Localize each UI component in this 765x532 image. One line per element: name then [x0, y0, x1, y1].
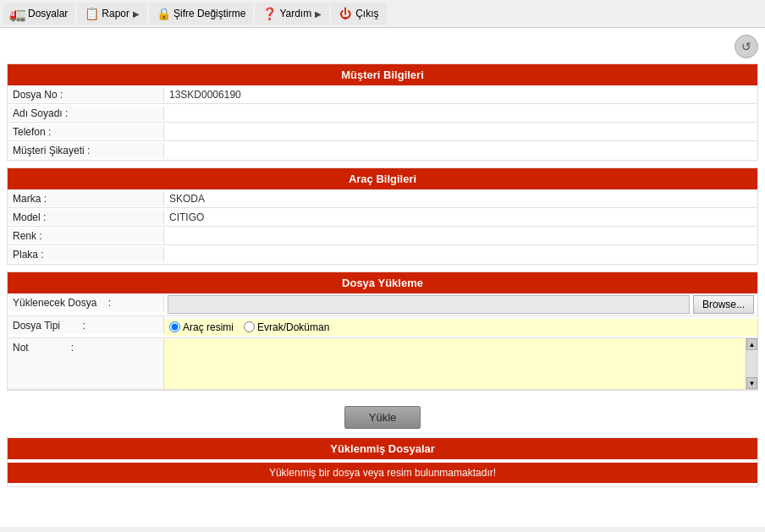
sikayeti-label: Müşteri Şikayeti : [8, 143, 164, 158]
yuklenmis-dosyalar-section: Yüklenmiş Dosyalar Yüklenmiş bir dosya v… [7, 437, 758, 487]
dosya-no-label: Dosya No : [8, 87, 164, 102]
renk-label: Renk : [8, 228, 164, 244]
browse-button[interactable]: Browse... [693, 295, 754, 314]
main-content: ↺ Müşteri Bilgileri Dosya No : 13SKD0006… [0, 28, 765, 527]
uploaded-empty-message: Yüklenmiş bir dosya veya resim bulunmama… [8, 463, 757, 483]
musteri-bilgileri-section: Müşteri Bilgileri Dosya No : 13SKD000619… [7, 63, 758, 161]
scroll-down-button[interactable]: ▼ [746, 377, 757, 389]
yukle-wrap: Yükle [7, 398, 758, 437]
truck-icon: 🚛 [11, 7, 25, 20]
form-row-marka: Marka : SKODA [8, 189, 757, 208]
power-icon: ⏻ [338, 7, 352, 20]
evrak-dokuman-text: Evrak/Doküman [257, 321, 329, 333]
sikayeti-value [164, 149, 757, 152]
lock-icon: 🔒 [157, 7, 170, 20]
dosya-yukleme-section: Dosya Yükleme Yüklenecek Dosya : Browse.… [7, 271, 758, 391]
form-row-sikayeti: Müşteri Şikayeti : [8, 141, 757, 160]
radio-evrak-dokuman-label[interactable]: Evrak/Doküman [244, 321, 329, 333]
adi-soyadi-value [164, 112, 757, 115]
not-textarea[interactable] [164, 338, 746, 389]
menu-rapor-label: Rapor [102, 8, 129, 19]
adi-soyadi-label: Adı Soyadı : [8, 106, 164, 121]
form-row-dosya-no: Dosya No : 13SKD0006190 [8, 85, 757, 104]
form-row-plaka: Plaka : [8, 245, 757, 264]
dosya-no-value: 13SKD0006190 [164, 87, 757, 102]
yuklenecek-dosya-row: Yüklenecek Dosya : Browse... [8, 293, 757, 316]
uploaded-files-area: Yüklenmiş bir dosya veya resim bulunmama… [8, 459, 757, 486]
menu-dosyalar-label: Dosyalar [28, 8, 68, 19]
arac-resimi-text: Araç resimi [183, 321, 234, 333]
refresh-button[interactable]: ↺ [735, 35, 758, 58]
plaka-label: Plaka : [8, 247, 164, 262]
refresh-area: ↺ [7, 35, 758, 58]
report-icon: 📋 [85, 7, 98, 20]
menu-cikis-label: Çıkış [355, 8, 378, 19]
menu-cikis[interactable]: ⏻ Çıkış [331, 3, 386, 25]
yardim-arrow-icon: ▶ [315, 9, 322, 19]
plaka-value [164, 253, 757, 256]
model-label: Model : [8, 210, 164, 225]
menu-rapor[interactable]: 📋 Rapor ▶ [77, 3, 147, 25]
menu-sifre[interactable]: 🔒 Şifre Değiştirme [149, 3, 253, 25]
help-icon: ❓ [262, 7, 276, 20]
menu-sifre-label: Şifre Değiştirme [173, 8, 245, 19]
form-row-adi-soyadi: Adı Soyadı : [8, 104, 757, 123]
menu-yardim[interactable]: ❓ Yardım ▶ [255, 3, 329, 25]
dosya-tipi-label: Dosya Tipi : [8, 316, 164, 334]
form-row-telefon: Telefon : [8, 123, 757, 141]
marka-value: SKODA [164, 191, 757, 206]
yuklenecek-dosya-label: Yüklenecek Dosya : [8, 293, 164, 311]
musteri-bilgileri-header: Müşteri Bilgileri [8, 64, 757, 85]
dosya-yukleme-header: Dosya Yükleme [8, 272, 757, 293]
rapor-arrow-icon: ▶ [133, 9, 140, 19]
marka-label: Marka : [8, 191, 164, 206]
radio-arac-resimi[interactable] [169, 321, 180, 332]
not-row: Not : ▲ ▼ [8, 338, 757, 390]
note-input-wrap: ▲ ▼ [164, 338, 757, 389]
radio-arac-resimi-label[interactable]: Araç resimi [169, 321, 234, 333]
yuklenmis-dosyalar-header: Yüklenmiş Dosyalar [8, 438, 757, 459]
file-input-area: Browse... [164, 293, 757, 315]
file-input-box [168, 295, 690, 314]
telefon-label: Telefon : [8, 124, 164, 140]
yukle-button[interactable]: Yükle [344, 406, 421, 429]
radio-area: Araç resimi Evrak/Doküman [164, 319, 757, 336]
scrollbar: ▲ ▼ [746, 338, 757, 389]
not-label: Not : [8, 338, 164, 389]
menu-dosyalar[interactable]: 🚛 Dosyalar [3, 3, 75, 25]
arac-bilgileri-header: Araç Bilgileri [8, 168, 757, 189]
form-row-model: Model : CITIGO [8, 208, 757, 227]
dosya-tipi-row: Dosya Tipi : Araç resimi Evrak/Doküman [8, 316, 757, 338]
menubar: 🚛 Dosyalar 📋 Rapor ▶ 🔒 Şifre Değiştirme … [0, 0, 765, 28]
radio-evrak-dokuman[interactable] [244, 321, 255, 332]
menu-yardim-label: Yardım [279, 8, 311, 19]
arac-bilgileri-section: Araç Bilgileri Marka : SKODA Model : CIT… [7, 167, 758, 265]
model-value: CITIGO [164, 210, 757, 225]
form-row-renk: Renk : [8, 227, 757, 245]
scroll-up-button[interactable]: ▲ [746, 338, 757, 350]
telefon-value [164, 130, 757, 134]
renk-value [164, 234, 757, 238]
